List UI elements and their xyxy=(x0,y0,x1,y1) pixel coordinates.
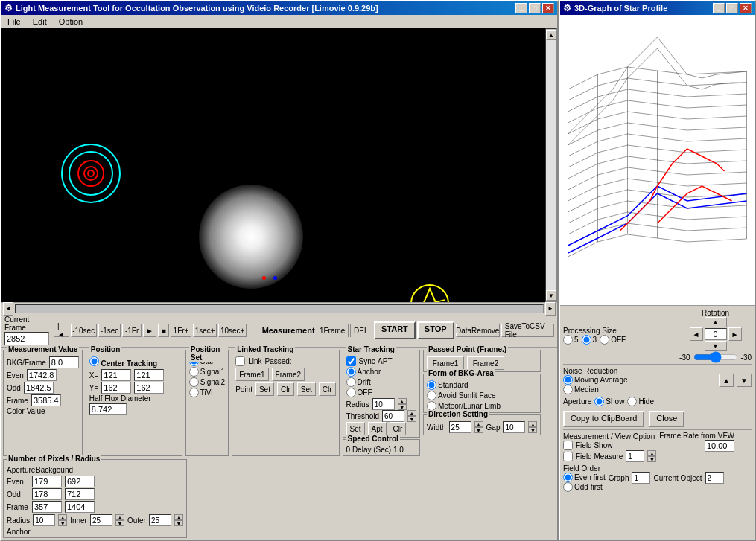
set1-btn[interactable]: Set xyxy=(255,382,274,396)
clr1-btn[interactable]: Clr xyxy=(277,382,294,396)
frame-next-10s-btn[interactable]: 10sec+ xyxy=(218,324,246,337)
odd-first-radio[interactable]: Odd first xyxy=(563,482,606,492)
inner-input[interactable] xyxy=(90,514,112,526)
minimize-button[interactable]: _ xyxy=(515,3,527,13)
scroll-left-btn[interactable]: ◄ xyxy=(3,302,13,316)
link-checkbox[interactable] xyxy=(235,356,245,366)
del-tab[interactable]: DEL xyxy=(350,324,372,337)
start-btn[interactable]: START xyxy=(374,321,416,339)
frame-prev-10s-btn[interactable]: -10sec xyxy=(71,324,97,337)
radius-up-btn[interactable]: ▲ xyxy=(398,398,407,404)
rotation-slider[interactable] xyxy=(693,353,738,362)
frame-next-1s-btn[interactable]: 1sec+ xyxy=(193,324,217,337)
video-vscroll[interactable]: ▲ ▼ xyxy=(545,28,557,302)
signal2-radio[interactable]: Signal2 xyxy=(189,377,225,387)
graph-icon: ⚙ xyxy=(563,3,571,13)
rot-down-btn[interactable]: ▼ xyxy=(705,341,727,351)
interval-input[interactable] xyxy=(626,450,644,462)
size-3-radio[interactable]: 3 xyxy=(582,335,597,345)
current-object-input[interactable] xyxy=(705,472,724,484)
gap-down-btn[interactable]: ▼ xyxy=(528,427,537,433)
field-show-checkbox[interactable] xyxy=(563,441,573,450)
interval-down-btn[interactable]: ▼ xyxy=(647,456,656,462)
radius-num-down[interactable]: ▼ xyxy=(58,520,67,526)
frame-first-btn[interactable]: |◄ xyxy=(54,324,69,337)
menu-edit[interactable]: Edit xyxy=(30,16,50,27)
scroll-right-btn[interactable]: ► xyxy=(545,302,556,316)
outer-input[interactable] xyxy=(149,514,171,526)
rotation-value[interactable] xyxy=(705,328,727,340)
hscroll-track[interactable] xyxy=(15,304,544,313)
clr-star-btn[interactable]: Clr xyxy=(390,422,407,435)
inner-down[interactable]: ▼ xyxy=(115,520,124,526)
outer-down[interactable]: ▼ xyxy=(174,520,183,526)
threshold-up-btn[interactable]: ▲ xyxy=(407,410,416,416)
menu-file[interactable]: File xyxy=(4,16,24,27)
drift-radio[interactable]: Drift xyxy=(346,377,371,387)
gap-input[interactable] xyxy=(503,421,525,433)
graph-input[interactable] xyxy=(632,472,650,484)
rot-up-btn[interactable]: ▲ xyxy=(705,317,727,327)
even-first-radio[interactable]: Even first xyxy=(563,473,606,482)
frame2-tab[interactable]: Frame2 xyxy=(272,368,305,381)
set2-btn[interactable]: Set xyxy=(297,382,316,396)
interval-up-btn[interactable]: ▲ xyxy=(647,450,656,456)
threshold-down-btn[interactable]: ▼ xyxy=(407,416,416,422)
off-radio[interactable]: OFF xyxy=(346,388,372,397)
frame-prev-1fr-btn[interactable]: -1Fr xyxy=(122,324,141,337)
close-button[interactable]: ✕ xyxy=(542,3,554,13)
gap-up-btn[interactable]: ▲ xyxy=(528,421,537,427)
frame1-tab[interactable]: Frame1 xyxy=(235,368,268,381)
noise-up-btn[interactable]: ▲ xyxy=(719,374,734,387)
field-measure-checkbox[interactable] xyxy=(563,452,573,461)
maximize-button[interactable]: □ xyxy=(529,3,541,13)
radius-num-up[interactable]: ▲ xyxy=(58,514,67,520)
scroll-up-btn[interactable]: ▲ xyxy=(546,30,556,40)
current-frame-input[interactable]: 2852 xyxy=(4,332,49,345)
threshold-input[interactable] xyxy=(382,410,404,422)
copy-clipboard-btn[interactable]: Copy to ClipBoard xyxy=(563,411,644,427)
apt-star-btn[interactable]: Apt xyxy=(368,422,387,435)
scroll-down-btn[interactable]: ▼ xyxy=(546,290,556,301)
avoid-sunlit-radio[interactable]: Avoid Sunlit Face xyxy=(427,391,537,400)
median-radio[interactable]: Median xyxy=(563,385,628,394)
size-5-radio[interactable]: 5 xyxy=(563,335,579,345)
noise-down-btn[interactable]: ▼ xyxy=(737,374,752,387)
rot-right-btn[interactable]: ► xyxy=(728,327,742,341)
frame-prev-1s-btn[interactable]: -1sec xyxy=(98,324,121,337)
aperture-show-radio[interactable]: Show xyxy=(594,397,624,406)
width-up-btn[interactable]: ▲ xyxy=(474,421,483,427)
size-off-radio[interactable]: OFF xyxy=(600,335,626,345)
frame-play-btn[interactable]: ► xyxy=(143,324,156,337)
radius-num-input[interactable] xyxy=(33,514,55,526)
graph-maximize-btn[interactable]: □ xyxy=(726,3,738,13)
1frame-tab[interactable]: 1Frame xyxy=(317,324,349,337)
set-star-btn[interactable]: Set xyxy=(346,422,365,435)
anchor-radio[interactable]: Anchor xyxy=(346,367,381,377)
close-graph-btn[interactable]: Close xyxy=(649,411,684,427)
stop-btn[interactable]: STOP xyxy=(417,321,454,339)
inner-up[interactable]: ▲ xyxy=(115,514,124,520)
sync-apt-checkbox[interactable] xyxy=(346,356,356,366)
graph-close-btn[interactable]: ✕ xyxy=(740,3,752,13)
width-input[interactable] xyxy=(449,421,471,433)
rot-left-btn[interactable]: ◄ xyxy=(690,327,703,341)
outer-up[interactable]: ▲ xyxy=(174,514,183,520)
frame-next-1fr-btn[interactable]: 1Fr+ xyxy=(171,324,191,337)
menu-option[interactable]: Option xyxy=(56,16,86,27)
radius-input[interactable] xyxy=(372,398,395,410)
graph-minimize-btn[interactable]: _ xyxy=(713,3,725,13)
clr2-btn[interactable]: Clr xyxy=(319,382,336,396)
radius-down-btn[interactable]: ▼ xyxy=(398,404,407,410)
frame-stop-btn[interactable]: ■ xyxy=(158,324,169,337)
moving-avg-radio[interactable]: Moving Average xyxy=(563,375,628,385)
passed-frame2-btn[interactable]: Frame2 xyxy=(467,356,504,370)
aperture-hide-radio[interactable]: Hide xyxy=(627,397,654,406)
signal1-radio[interactable]: Signal1 xyxy=(189,367,225,377)
passed-frame1-btn[interactable]: Frame1 xyxy=(427,356,464,370)
tivi-radio[interactable]: TiVi xyxy=(189,388,225,397)
save-csv-btn[interactable]: SaveToCSV-File xyxy=(501,324,554,337)
data-remove-btn[interactable]: DataRemove xyxy=(456,324,500,337)
width-down-btn[interactable]: ▼ xyxy=(474,427,483,433)
standard-radio[interactable]: Standard xyxy=(427,380,537,390)
